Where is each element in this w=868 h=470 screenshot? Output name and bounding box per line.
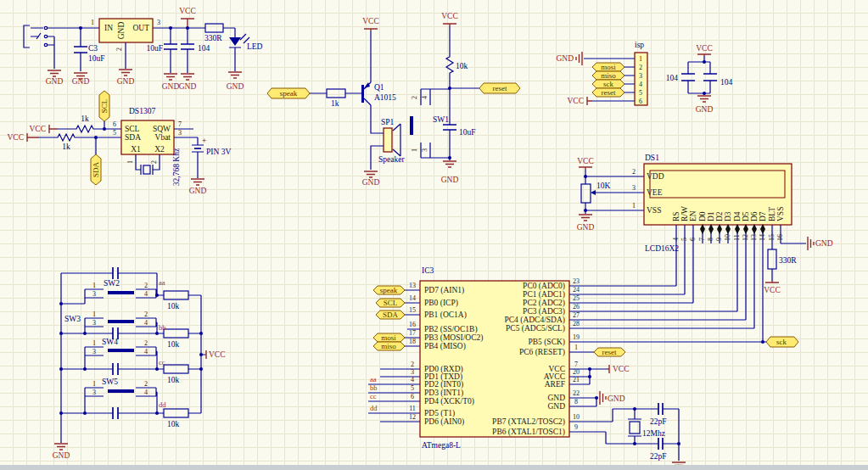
junction-dot <box>103 127 106 131</box>
pin-number: 23 <box>573 277 580 285</box>
port-sck[interactable]: sck <box>592 80 624 88</box>
sw-ref: SW3 <box>64 315 81 323</box>
port-miso-mcu[interactable]: miso <box>373 342 405 350</box>
pin-number: 3 <box>157 19 160 26</box>
voltage-regulator[interactable]: IN GND OUT <box>99 19 153 42</box>
port-reset-mcu[interactable]: reset <box>594 348 625 356</box>
pin-number: 8 <box>574 398 578 406</box>
pin-number: 15 <box>768 234 776 241</box>
gnd-label: GND <box>577 223 595 232</box>
resistor-value: 1k <box>81 115 89 123</box>
port-label: SCL <box>100 99 109 114</box>
vcc-label: VCC <box>441 12 458 20</box>
gnd-label: GND <box>189 187 207 195</box>
pin-number: 17 <box>409 329 416 337</box>
port-miso[interactable]: miso <box>592 71 624 80</box>
pin-name: VSS <box>647 206 661 215</box>
lcd-module[interactable]: DS1 VDD VEE VSS RS R/W EN D0 D1 D2 D3 D4… <box>644 154 792 225</box>
junction-dot <box>83 411 87 415</box>
pin-number: 5 <box>639 89 642 97</box>
pin-number: 2 <box>639 64 642 71</box>
cap-value: 104 <box>720 78 733 87</box>
pin-name: D5 <box>742 211 750 221</box>
pin-number: 14 <box>409 294 416 302</box>
resistor-value: 10k <box>167 340 180 349</box>
port-mosi[interactable]: mosi <box>592 63 624 71</box>
pin-name: X1 <box>131 145 141 154</box>
pin-number: 1 <box>92 311 96 318</box>
pin-name: VSS <box>776 207 785 221</box>
mcu-ic3[interactable]: IC3 ATmega8-L PD7 (AIN1) PB0 (ICP) PB1 (… <box>420 266 569 450</box>
cap-value: 22pF <box>650 417 667 426</box>
port-scl-mcu[interactable]: SCL <box>376 299 405 307</box>
port-sda[interactable]: SDA <box>91 154 101 185</box>
pin-name: D7 <box>759 211 767 221</box>
port-reset[interactable]: reset <box>479 83 520 93</box>
pin-number: 3 <box>92 319 96 327</box>
vcc-label: VCC <box>7 133 24 142</box>
pin-number: 25 <box>573 294 580 302</box>
net-label: aa <box>370 375 377 383</box>
port-speak[interactable]: speak <box>267 88 310 98</box>
pin-number: 16 <box>776 234 784 241</box>
junction-dot <box>83 332 87 335</box>
junction-dot <box>448 156 451 159</box>
port-reset-isp[interactable]: reset <box>592 88 624 97</box>
pin-number: 5 <box>680 238 688 241</box>
pin-name: PC5 (ADC5/SCL) <box>506 324 565 333</box>
pin-number: 4 <box>411 376 414 383</box>
port-sda-mcu[interactable]: SDA <box>376 311 405 319</box>
junction-dot <box>155 367 159 371</box>
junction-dot <box>155 411 159 415</box>
vcc-label: VCC <box>362 17 379 25</box>
gnd-label: GND <box>441 176 459 184</box>
gnd-label: GND <box>608 394 625 403</box>
junction-dot <box>83 367 87 371</box>
port-scl[interactable]: SCL <box>99 91 109 121</box>
q1-ref: Q1 <box>374 83 384 92</box>
gnd-label: GND <box>227 82 244 91</box>
pin-name: PD7 (AIN1) <box>424 286 464 295</box>
net-label: dd <box>159 400 166 409</box>
pin-number: 26 <box>573 303 580 311</box>
pin-name: PC6 (RESET) <box>519 348 565 357</box>
pin-name: BLT <box>768 207 776 221</box>
pin-name: VDD <box>647 172 664 181</box>
pin-name: SCL <box>125 125 140 133</box>
pin-number: 1 <box>92 282 96 289</box>
port-label: miso <box>381 342 396 350</box>
pin-number: 12 <box>742 234 749 241</box>
pin-name: PB4 (MISO) <box>424 342 466 351</box>
pin-name: D6 <box>750 211 759 221</box>
pin-number: 1 <box>91 19 94 26</box>
resistor-value: 330R <box>779 256 797 265</box>
pin-name: GND <box>547 402 565 411</box>
crystal-value: 32,768 Khz <box>172 148 181 186</box>
port-label: miso <box>601 71 616 80</box>
pin-number: 4 <box>144 290 148 298</box>
pin-name: D3 <box>724 211 732 221</box>
port-mosi-mcu[interactable]: mosi <box>373 333 405 342</box>
junction-dot <box>199 332 203 335</box>
pin-name: R/W <box>680 206 689 221</box>
cap-value: 104 <box>198 44 210 53</box>
window-bottom-edge <box>0 465 868 470</box>
sw-ref: SW2 <box>104 279 120 288</box>
pin-name: PB1 (OC1A) <box>424 311 467 320</box>
pin-number: 4 <box>144 348 148 355</box>
junction-dot <box>94 136 98 139</box>
pin-number: 19 <box>573 333 580 341</box>
net-label: bb <box>159 323 166 332</box>
schematic-canvas[interactable]: IN GND OUT 1 3 2 C3 10uF 10uF 104 330R L… <box>0 0 868 470</box>
port-label: SDA <box>383 311 399 319</box>
vcc-label: VCC <box>577 157 594 165</box>
port-sck-lcd[interactable]: sck <box>766 337 798 347</box>
pin-number: 1 <box>126 160 134 164</box>
resistor-value: 1k <box>62 143 70 151</box>
pin-number: 22 <box>573 389 580 397</box>
pin-number: 13 <box>750 234 758 241</box>
junction-dot <box>448 87 451 90</box>
pin-number: 7 <box>574 361 578 368</box>
port-speak-mcu[interactable]: speak <box>373 286 405 294</box>
pin-number: 10 <box>573 413 580 421</box>
